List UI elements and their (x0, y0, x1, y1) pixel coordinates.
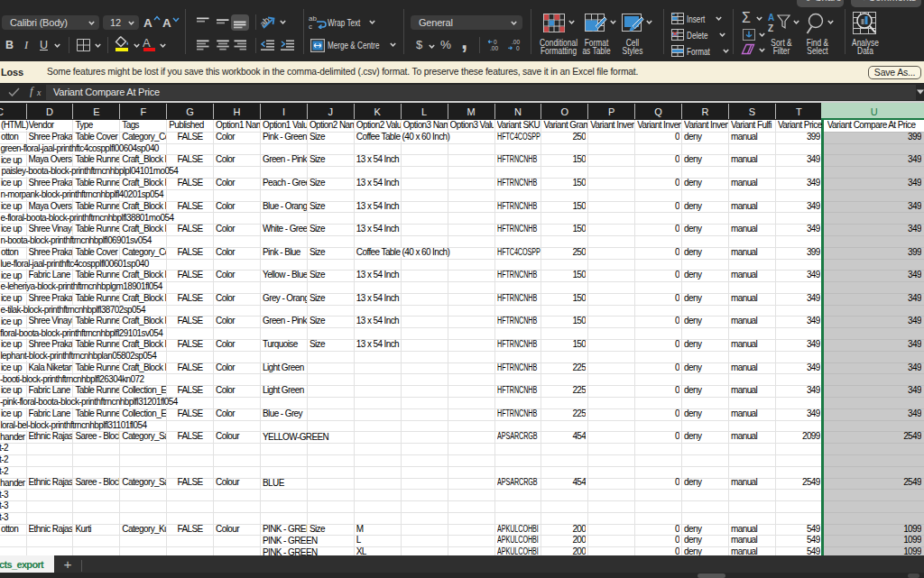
svg-text:.00: .00 (490, 45, 498, 51)
svg-text:.00: .00 (512, 39, 520, 45)
svg-text:0: 0 (516, 45, 520, 51)
svg-text:Z: Z (768, 23, 773, 33)
svg-text:0: 0 (494, 39, 497, 45)
svg-text:A: A (768, 13, 774, 23)
